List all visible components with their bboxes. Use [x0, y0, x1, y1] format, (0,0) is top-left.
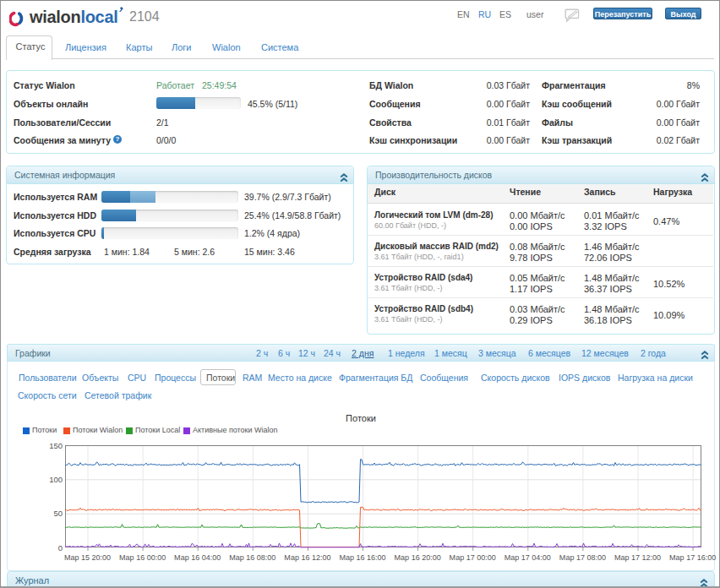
svg-text:0: 0 — [58, 543, 63, 553]
svg-text:150: 150 — [49, 441, 63, 450]
svg-text:Мар 16 20:00: Мар 16 20:00 — [395, 553, 441, 562]
svg-text:Мар 17 04:00: Мар 17 04:00 — [505, 553, 551, 562]
svg-text:Мар 16 04:00: Мар 16 04:00 — [174, 553, 221, 562]
svg-text:Мар 15 20:00: Мар 15 20:00 — [64, 553, 111, 562]
svg-text:Мар 16 00:00: Мар 16 00:00 — [119, 553, 166, 562]
svg-text:50: 50 — [53, 509, 63, 518]
svg-text:Мар 16 16:00: Мар 16 16:00 — [339, 553, 385, 562]
svg-text:Мар 17 16:00: Мар 17 16:00 — [669, 553, 716, 562]
svg-text:Мар 17 12:00: Мар 17 12:00 — [614, 553, 661, 562]
svg-text:100: 100 — [49, 475, 63, 484]
svg-text:Мар 16 12:00: Мар 16 12:00 — [284, 553, 330, 562]
svg-text:Мар 17 00:00: Мар 17 00:00 — [450, 553, 496, 562]
svg-text:Мар 16 08:00: Мар 16 08:00 — [229, 553, 275, 562]
svg-text:Мар 17 08:00: Мар 17 08:00 — [559, 553, 606, 562]
